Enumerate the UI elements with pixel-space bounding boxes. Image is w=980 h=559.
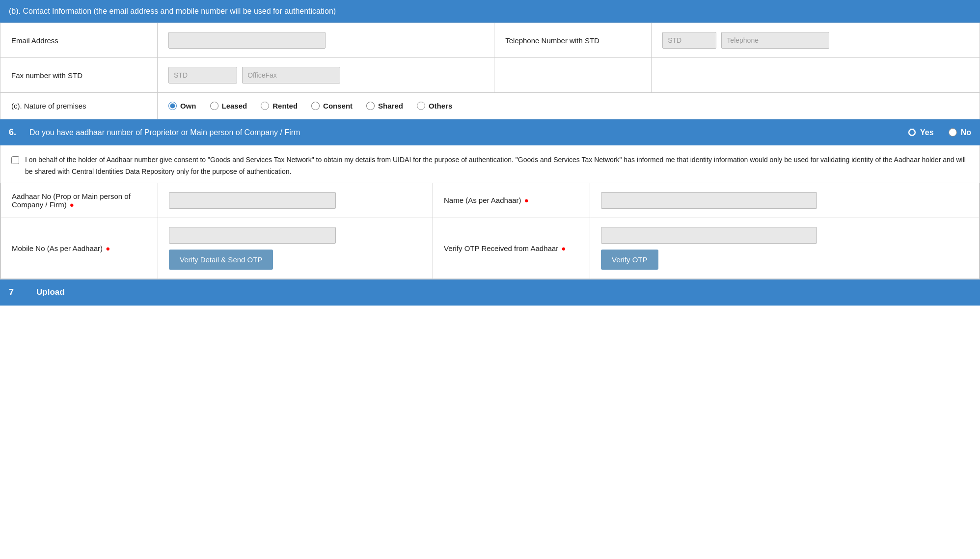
premises-leased-label: Leased	[222, 102, 247, 110]
contact-info-table: Email Address Telephone Number with STD …	[0, 23, 980, 119]
mobile-label: Mobile No (As per Aadhaar)	[12, 244, 103, 252]
section6-no-label: No	[961, 128, 971, 137]
premises-row: (c). Nature of premises Own Leased Rente…	[0, 93, 980, 119]
section6-yes-label: Yes	[920, 128, 934, 137]
section6-content: I on behalf of the holder of Aadhaar num…	[0, 145, 980, 280]
premises-shared-option[interactable]: Shared	[366, 102, 403, 110]
email-telephone-row: Email Address Telephone Number with STD	[0, 23, 980, 58]
otp-label: Verify OTP Received from Aadhaar	[444, 244, 558, 252]
mobile-input[interactable]	[169, 227, 336, 244]
premises-options-cell: Own Leased Rented Consent	[158, 93, 980, 119]
email-label: Email Address	[11, 36, 58, 45]
fax-empty-label	[494, 58, 652, 93]
fax-office-input[interactable]	[242, 67, 340, 84]
premises-own-label: Own	[180, 102, 196, 110]
contact-section-header: (b). Contact Information (the email addr…	[0, 0, 980, 23]
section6-no-option[interactable]: No	[949, 128, 971, 137]
telephone-label: Telephone Number with STD	[505, 36, 599, 45]
premises-others-radio[interactable]	[417, 102, 425, 110]
mobile-label-cell: Mobile No (As per Aadhaar) ●	[1, 218, 158, 279]
send-otp-button[interactable]: Verify Detail & Send OTP	[169, 250, 273, 270]
consent-checkbox[interactable]	[11, 156, 19, 164]
otp-label-cell: Verify OTP Received from Aadhaar ●	[433, 218, 590, 279]
email-label-cell: Email Address	[0, 23, 158, 58]
email-input-cell	[158, 23, 494, 58]
name-label: Name (As per Aadhaar)	[444, 196, 521, 204]
premises-consent-radio[interactable]	[311, 102, 320, 110]
premises-consent-label: Consent	[323, 102, 353, 110]
verify-otp-button[interactable]: Verify OTP	[601, 250, 658, 270]
aadhaar-table: Aadhaar No (Prop or Main person of Compa…	[0, 183, 980, 279]
fax-label-cell: Fax number with STD	[0, 58, 158, 93]
section6-number: 6.	[9, 127, 23, 138]
fax-label: Fax number with STD	[11, 71, 82, 80]
name-required: ●	[524, 196, 529, 204]
aadhaar-no-input[interactable]	[169, 192, 336, 209]
mobile-input-cell: Verify Detail & Send OTP	[158, 218, 433, 279]
premises-own-option[interactable]: Own	[168, 102, 196, 110]
consent-row: I on behalf of the holder of Aadhaar num…	[0, 145, 980, 183]
fax-std-input[interactable]	[168, 67, 237, 84]
section7-label: Upload	[36, 287, 65, 297]
name-label-cell: Name (As per Aadhaar) ●	[433, 183, 590, 218]
contact-section-title: (b). Contact Information (the email addr…	[9, 7, 336, 16]
otp-input-cell: Verify OTP	[590, 218, 980, 279]
aadhaar-required: ●	[70, 200, 74, 209]
premises-leased-option[interactable]: Leased	[210, 102, 247, 110]
fax-input-cell	[158, 58, 494, 93]
section6-header: 6. Do you have aadhaar number of Proprie…	[0, 119, 980, 145]
premises-leased-radio[interactable]	[210, 102, 218, 110]
section6-yes-radio[interactable]	[908, 128, 916, 137]
fax-row: Fax number with STD	[0, 58, 980, 93]
premises-label: (c). Nature of premises	[11, 102, 86, 110]
aadhaar-name-row: Aadhaar No (Prop or Main person of Compa…	[1, 183, 980, 218]
premises-shared-label: Shared	[378, 102, 403, 110]
telephone-label-cell: Telephone Number with STD	[494, 23, 652, 58]
aadhaar-no-label-cell: Aadhaar No (Prop or Main person of Compa…	[1, 183, 158, 218]
premises-others-option[interactable]: Others	[417, 102, 452, 110]
std-input[interactable]	[662, 32, 716, 49]
section6-yes-option[interactable]: Yes	[908, 128, 934, 137]
premises-rented-option[interactable]: Rented	[261, 102, 298, 110]
telephone-input-cell	[652, 23, 980, 58]
premises-others-label: Others	[429, 102, 452, 110]
telephone-input[interactable]	[721, 32, 829, 49]
aadhaar-no-input-cell	[158, 183, 433, 218]
otp-required: ●	[561, 244, 566, 252]
name-input-cell	[590, 183, 980, 218]
section7-number: 7	[9, 287, 23, 298]
premises-label-cell: (c). Nature of premises	[0, 93, 158, 119]
section7-header: 7 Upload	[0, 280, 980, 306]
premises-rented-radio[interactable]	[261, 102, 269, 110]
name-input[interactable]	[601, 192, 817, 209]
premises-rented-label: Rented	[272, 102, 298, 110]
email-input[interactable]	[168, 32, 326, 49]
mobile-otp-row: Mobile No (As per Aadhaar) ● Verify Deta…	[1, 218, 980, 279]
consent-text: I on behalf of the holder of Aadhaar num…	[25, 154, 969, 178]
premises-shared-radio[interactable]	[366, 102, 375, 110]
premises-consent-option[interactable]: Consent	[311, 102, 353, 110]
section6-question: Do you have aadhaar number of Proprietor…	[29, 128, 903, 137]
fax-empty-input	[652, 58, 980, 93]
mobile-required: ●	[106, 244, 110, 252]
premises-own-radio[interactable]	[168, 102, 177, 110]
premises-radio-group: Own Leased Rented Consent	[168, 102, 969, 110]
otp-input[interactable]	[601, 227, 817, 244]
form-container: (b). Contact Information (the email addr…	[0, 0, 980, 559]
section6-no-radio[interactable]	[949, 128, 957, 137]
